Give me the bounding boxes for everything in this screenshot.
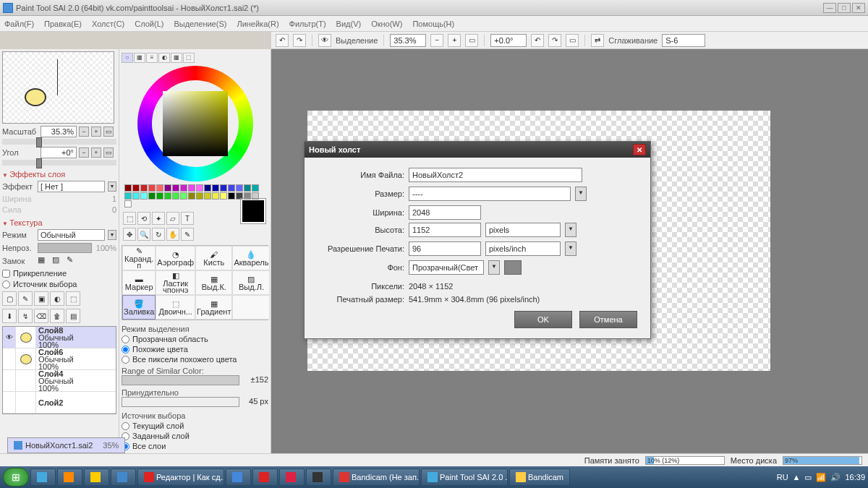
color-tab-hsv[interactable]: ≡ bbox=[146, 53, 158, 63]
taskbar-item[interactable]: Bandicam bbox=[509, 468, 570, 486]
foreground-color[interactable] bbox=[241, 199, 265, 223]
rotate-cw-icon[interactable]: ↷ bbox=[548, 34, 561, 47]
brush-6[interactable]: ▦Выд.К. bbox=[195, 270, 232, 295]
rect-select-tool[interactable]: ⬚ bbox=[123, 212, 136, 225]
menu-file[interactable]: Файл(F) bbox=[4, 20, 34, 28]
swatch[interactable] bbox=[148, 184, 156, 192]
text-tool[interactable]: T bbox=[181, 212, 194, 225]
layer-options-button[interactable]: ▤ bbox=[66, 309, 80, 323]
selmode-transparent[interactable] bbox=[122, 335, 129, 343]
mask-button[interactable]: ◐ bbox=[50, 291, 64, 306]
zoom-tool[interactable]: 🔍 bbox=[137, 228, 150, 241]
swatch[interactable] bbox=[172, 184, 179, 192]
lang-indicator[interactable]: RU bbox=[777, 473, 788, 481]
delete-layer-button[interactable]: 🗑 bbox=[50, 309, 64, 323]
layer-visibility-icon[interactable]: 👁 bbox=[3, 327, 16, 348]
menu-canvas[interactable]: Холст(C) bbox=[92, 20, 124, 28]
texture-header[interactable]: Текстура bbox=[2, 218, 116, 227]
swatch[interactable] bbox=[188, 184, 195, 192]
rotate-reset-icon[interactable]: ▭ bbox=[566, 34, 579, 47]
color-tab-wheel[interactable]: ○ bbox=[122, 53, 133, 63]
swatch[interactable] bbox=[164, 184, 171, 192]
swatch[interactable] bbox=[140, 192, 148, 200]
menu-edit[interactable]: Правка(E) bbox=[44, 20, 82, 28]
taskbar-item[interactable] bbox=[252, 468, 278, 486]
smoothing-field[interactable]: S-6 bbox=[662, 34, 705, 47]
maximize-button[interactable]: □ bbox=[838, 3, 851, 13]
swatch[interactable] bbox=[220, 184, 227, 192]
scale-slider[interactable] bbox=[2, 139, 116, 145]
swatch[interactable] bbox=[220, 192, 227, 200]
width-input[interactable] bbox=[409, 205, 481, 220]
angle-field[interactable]: +0.0° bbox=[490, 34, 527, 47]
new-folder-button[interactable]: ▣ bbox=[34, 291, 48, 306]
color-wheel[interactable] bbox=[137, 66, 253, 181]
volume-icon[interactable]: 🔊 bbox=[830, 473, 841, 482]
navigator-preview[interactable] bbox=[2, 51, 114, 124]
swatch[interactable] bbox=[236, 192, 243, 200]
zoom-fit-icon[interactable]: ▭ bbox=[465, 34, 478, 47]
layer-row[interactable]: 👁Слой8Обычный100% bbox=[3, 327, 116, 348]
zoom-in-icon[interactable]: + bbox=[448, 34, 461, 47]
taskbar-item[interactable] bbox=[57, 468, 82, 486]
color-tab-scratch[interactable]: ⬚ bbox=[183, 53, 195, 63]
menu-select[interactable]: Выделение(S) bbox=[174, 20, 226, 28]
swatch[interactable] bbox=[204, 192, 211, 200]
brush-3[interactable]: 💧Акварель bbox=[232, 246, 270, 270]
taskbar-item[interactable]: Редактор | Как сд... bbox=[137, 468, 224, 486]
swatch[interactable] bbox=[148, 192, 156, 200]
taskbar-item[interactable] bbox=[306, 468, 331, 486]
swatch[interactable] bbox=[156, 184, 163, 192]
swatch[interactable] bbox=[132, 184, 140, 192]
swatch[interactable] bbox=[132, 192, 140, 200]
taskbar-item[interactable]: Bandicam (Не зап... bbox=[333, 468, 420, 486]
clear-button[interactable]: ⌫ bbox=[34, 309, 48, 323]
taskbar-item[interactable] bbox=[279, 468, 305, 486]
bg-color-swatch[interactable] bbox=[504, 260, 522, 275]
move-tool[interactable]: ✥ bbox=[123, 228, 136, 241]
layer-visibility-icon[interactable] bbox=[3, 392, 16, 413]
lock-alpha-button[interactable]: ▦ bbox=[38, 255, 49, 267]
units-select[interactable] bbox=[485, 223, 561, 237]
src-current[interactable] bbox=[122, 422, 129, 430]
merge-down-button[interactable]: ⬇ bbox=[2, 309, 17, 323]
swatch[interactable] bbox=[252, 184, 259, 192]
dialog-titlebar[interactable]: Новый холст ✕ bbox=[305, 142, 650, 158]
menu-ruler[interactable]: Линейка(R) bbox=[237, 20, 278, 28]
swatch[interactable] bbox=[180, 192, 187, 200]
swatch[interactable] bbox=[196, 192, 203, 200]
clipsrc-radio[interactable] bbox=[2, 281, 10, 288]
mode-dropdown-icon[interactable]: ▼ bbox=[108, 230, 116, 240]
effect-select[interactable]: [ Нет ] bbox=[38, 181, 105, 192]
layer-row[interactable]: Слой4Обычный100% bbox=[3, 370, 116, 392]
bg-dropdown-icon[interactable]: ▼ bbox=[488, 260, 500, 275]
minimize-button[interactable]: — bbox=[823, 3, 836, 13]
clock[interactable]: 16:39 bbox=[845, 473, 865, 481]
redo-icon[interactable]: ↷ bbox=[293, 34, 306, 47]
lock-all-button[interactable]: ✎ bbox=[67, 255, 78, 267]
brush-11[interactable] bbox=[232, 295, 270, 320]
dialog-close-button[interactable]: ✕ bbox=[633, 144, 646, 155]
swatch[interactable] bbox=[204, 184, 211, 192]
size-dropdown-icon[interactable]: ▼ bbox=[575, 187, 587, 201]
scale-minus-button[interactable]: − bbox=[79, 127, 89, 137]
filename-input[interactable] bbox=[409, 168, 582, 182]
swatch[interactable] bbox=[212, 184, 219, 192]
mask2-button[interactable]: ⬚ bbox=[66, 291, 80, 306]
swatch[interactable] bbox=[244, 192, 251, 200]
undo-icon[interactable]: ↶ bbox=[276, 34, 289, 47]
taskbar-item[interactable] bbox=[30, 468, 56, 486]
pin-checkbox[interactable] bbox=[2, 270, 10, 278]
menu-filter[interactable]: Фильтр(T) bbox=[289, 20, 326, 28]
swatch[interactable] bbox=[236, 184, 243, 192]
taskbar-item[interactable] bbox=[111, 468, 136, 486]
angle-slider[interactable] bbox=[2, 160, 116, 166]
angle-reset-button[interactable]: ▭ bbox=[103, 147, 114, 158]
units-dropdown-icon[interactable]: ▼ bbox=[565, 223, 576, 237]
network-icon[interactable]: 📶 bbox=[816, 473, 826, 482]
selmode-allsimilar[interactable] bbox=[122, 356, 129, 364]
eyedropper-tool[interactable]: ✎ bbox=[181, 228, 194, 241]
swatch[interactable] bbox=[124, 184, 132, 192]
brush-9[interactable]: ⬚Двоичн... bbox=[156, 295, 195, 320]
flag-icon[interactable]: ▭ bbox=[804, 473, 812, 482]
